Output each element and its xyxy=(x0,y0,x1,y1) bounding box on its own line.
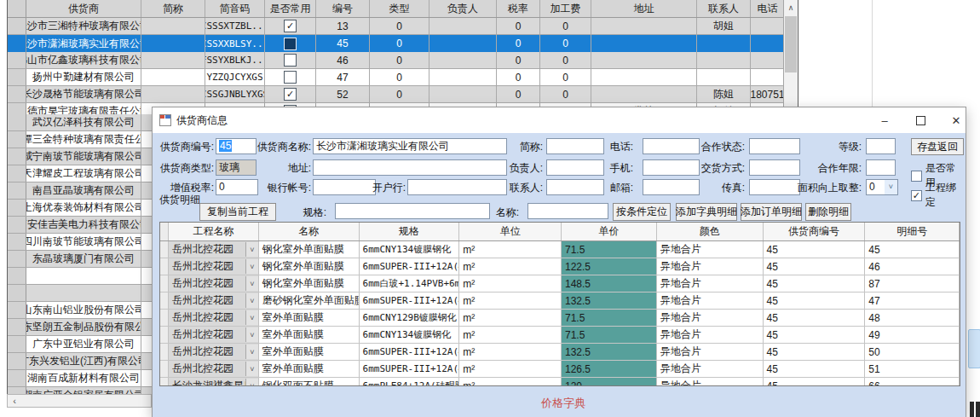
field-coop_status-input[interactable] xyxy=(749,138,800,154)
supplier-list-item[interactable]: 广东坚朗五金制品股份有限公司 xyxy=(8,319,153,336)
supplier-row[interactable]: 扬州中勤建材有限公司YZZQJCYXGS47000 xyxy=(8,69,798,86)
maximize-button[interactable] xyxy=(908,107,932,133)
dropdown-icon[interactable]: ˅ xyxy=(245,362,258,376)
supplier-list-item[interactable]: 湘潭三金特种玻璃有限责任公司 xyxy=(8,131,153,148)
supplier-list-item[interactable]: 上海优泰装饰材料有限公司 xyxy=(8,200,153,217)
dropdown-icon[interactable]: ˅ xyxy=(885,180,897,194)
supplier-table-vscrollbar[interactable]: ∧ xyxy=(783,0,798,114)
grid-column-header-3[interactable]: 规格 xyxy=(360,223,460,240)
supplier-list-hscrollbar[interactable]: ‹ xyxy=(7,394,152,408)
grid-cell-project[interactable]: 岳州北控花园˅ xyxy=(169,241,259,258)
column-header-2[interactable]: 简称 xyxy=(141,0,205,17)
supplier-list-item[interactable] xyxy=(8,285,153,302)
project-bind-checkbox[interactable]: ✓ 工程绑定 xyxy=(911,181,966,210)
grid-cell-project[interactable]: 岳州北控花园˅ xyxy=(169,275,259,292)
name-filter-input[interactable] xyxy=(527,203,608,219)
supplier-row[interactable]: 佛山市亿鑫玻璃科技有限公司FSSYXBLKJ...46000 xyxy=(8,52,798,69)
field-coop_years-input[interactable] xyxy=(866,159,896,176)
detail-grid-row[interactable]: 岳州北控花园˅室外单面贴膜6mmCNY134镀膜钢化m²71.5异地合片4549 xyxy=(160,327,960,344)
common-use-checkbox[interactable] xyxy=(284,71,297,84)
grid-column-header-4[interactable]: 单位 xyxy=(459,223,562,240)
dropdown-icon[interactable]: ˅ xyxy=(245,276,258,291)
detail-grid-row[interactable]: 岳州北控花园˅室外单面贴膜6mmSUPER-III+12A(硅...m²126.… xyxy=(160,361,960,378)
supplier-list-item[interactable]: 天津耀皮工程玻璃有限公司 xyxy=(8,165,153,182)
grid-column-header-7[interactable]: 供货商编号 xyxy=(764,223,866,240)
supplier-row[interactable]: 长沙市三湘特种玻璃有限公司CSSSXTZBL...✓13000胡姐 xyxy=(8,18,798,35)
grid-cell-project[interactable]: 岳州北控花园˅ xyxy=(169,292,259,309)
supplier-list-item[interactable]: 西安佳吉美电力科技有限公司 xyxy=(8,217,153,234)
detail-grid-row[interactable]: 岳州北控花园˅钢化室外单面贴膜6mmCNY134镀膜钢化m²71.5异地合片45… xyxy=(160,241,960,258)
supplier-row[interactable]: 长沙晟格节能玻璃有限公司CSSGJNBLYXGS✓52000陈姐180751 xyxy=(8,86,798,103)
detail-grid-row[interactable]: 长沙龙湖祺鑫星座˅钢化双面不贴膜6mmPLE84+12A(硅酮胶...m²120… xyxy=(160,378,960,386)
supplier-list-item[interactable]: 湖南广亚全铝家居有限公司 xyxy=(8,387,153,394)
field-area_round_up-input[interactable]: 0˅ xyxy=(866,179,898,195)
common-use-checkbox[interactable]: ✓ xyxy=(284,88,297,101)
detail-grid-row[interactable]: 岳州北控花园˅室外单面贴膜6mmCNY129B镀膜钢化m²71.5异地合片454… xyxy=(160,310,960,327)
detail-grid-row[interactable]: 岳州北控花园˅磨砂钢化室外单面贴膜6mmSUPER-III+12A(硅...m²… xyxy=(160,292,960,310)
column-header-3[interactable]: 简音码 xyxy=(205,0,265,17)
dropdown-icon[interactable]: ˅ xyxy=(245,259,258,274)
supplier-list-item[interactable]: 武汉亿泽科技有限公司 xyxy=(8,114,153,131)
column-header-10[interactable]: 地址 xyxy=(591,0,697,17)
common-use-checkbox[interactable] xyxy=(284,54,297,67)
supplier-list-item[interactable]: 咸宁南玻节能玻璃有限公司 xyxy=(8,148,153,165)
column-header-6[interactable]: 类型 xyxy=(370,0,429,17)
detail-grid-row[interactable]: 岳州北控花园˅钢化室外单面贴膜6mmSUPER-III+12A(硅...m²12… xyxy=(160,258,960,275)
field-fax-input[interactable] xyxy=(749,179,800,195)
copy-current-project-button[interactable]: 复制当前工程 xyxy=(199,203,276,221)
delete-detail-button[interactable]: 删除明细 xyxy=(805,203,851,221)
dropdown-icon[interactable]: ˅ xyxy=(245,242,258,257)
dropdown-icon[interactable]: ˅ xyxy=(245,327,258,342)
column-header-4[interactable]: 是否常用 xyxy=(265,0,316,17)
dropdown-icon[interactable]: ˅ xyxy=(245,293,258,308)
field-delivery_method-input[interactable] xyxy=(749,159,800,176)
field-address-input[interactable] xyxy=(313,159,507,176)
column-header-5[interactable]: 编号 xyxy=(316,0,370,17)
grid-cell-project[interactable]: 岳州北控花园˅ xyxy=(169,327,259,343)
grid-column-header-8[interactable]: 明细号 xyxy=(865,223,960,240)
dropdown-icon[interactable]: ˅ xyxy=(245,379,258,386)
grid-cell-project[interactable]: 岳州北控花园˅ xyxy=(169,310,259,326)
supplier-row[interactable]: 长沙市潇湘玻璃实业有限公司CSSXXBLSY...45000 xyxy=(8,35,798,52)
column-header-1[interactable]: 供货商 xyxy=(26,0,141,17)
grid-column-header-2[interactable]: 名称 xyxy=(259,223,360,240)
dropdown-icon[interactable]: ˅ xyxy=(245,310,258,325)
add-dictionary-detail-button[interactable]: 添加字典明细 xyxy=(676,203,737,221)
column-header-7[interactable]: 负责人 xyxy=(429,0,497,17)
supplier-list-item[interactable]: 东晶玻璃厦门有限公司 xyxy=(8,251,153,268)
spec-filter-input[interactable] xyxy=(335,203,490,219)
grid-column-header-1[interactable]: 工程名称 xyxy=(169,223,259,240)
save-return-button[interactable]: 存盘返回 xyxy=(911,138,964,155)
supplier-list-item[interactable]: 湖南百成新材料有限公司 xyxy=(8,370,153,387)
column-header-8[interactable]: 税率 xyxy=(497,0,540,17)
supplier-list-item[interactable]: 山东南山铝业股份有限公司 xyxy=(8,302,153,319)
supplier-list-item[interactable]: 南昌亚晶玻璃有限公司 xyxy=(8,182,153,200)
common-use-checkbox[interactable] xyxy=(284,38,297,50)
common-use-checkbox[interactable]: ✓ xyxy=(284,20,297,32)
grid-cell-project[interactable]: 长沙龙湖祺鑫星座˅ xyxy=(169,378,259,386)
locate-by-condition-button[interactable]: 按条件定位 xyxy=(613,203,671,221)
grid-cell-project[interactable]: 岳州北控花园˅ xyxy=(169,344,259,360)
dialog-titlebar[interactable]: 供货商信息 – ✕ xyxy=(153,107,966,133)
field-supplier_name-input[interactable]: 长沙市潇湘玻璃实业有限公司 xyxy=(313,138,507,154)
minimize-button[interactable]: – xyxy=(873,107,896,133)
supplier-list-item[interactable] xyxy=(8,268,153,285)
supplier-list-item[interactable]: 广东兴发铝业(江西)有限公司 xyxy=(8,353,153,370)
column-header-9[interactable]: 加工费 xyxy=(540,0,591,17)
grid-column-header-5[interactable]: 单价 xyxy=(562,223,657,240)
dropdown-icon[interactable]: ˅ xyxy=(245,345,258,359)
add-order-detail-button[interactable]: 添加订单明细 xyxy=(741,203,802,221)
scroll-left-icon[interactable]: ‹ xyxy=(8,396,21,406)
vscrollbar-thumb[interactable] xyxy=(785,16,797,72)
detail-grid-row[interactable]: 岳州北控花园˅室外单面贴膜6mmSUPER-III+12A(硅...m²132.… xyxy=(160,344,960,361)
supplier-list-item[interactable]: 四川南玻节能玻璃有限公司 xyxy=(8,234,153,251)
grid-cell-project[interactable]: 岳州北控花园˅ xyxy=(169,258,259,275)
grid-cell-project[interactable]: 岳州北控花园˅ xyxy=(169,361,259,377)
scroll-up-icon[interactable]: ∧ xyxy=(784,0,798,15)
close-button[interactable]: ✕ xyxy=(944,107,968,133)
supplier-list-item[interactable]: 广东中亚铝业有限公司 xyxy=(8,336,153,353)
column-header-11[interactable]: 联系人 xyxy=(697,0,751,17)
grid-column-header-6[interactable]: 颜色 xyxy=(657,223,764,240)
field-grade-input[interactable] xyxy=(866,138,896,154)
detail-grid-row[interactable]: 岳州北控花园˅钢化室外单面贴膜6mm白玻+1.14PVB+6mm...m²148… xyxy=(160,275,960,292)
